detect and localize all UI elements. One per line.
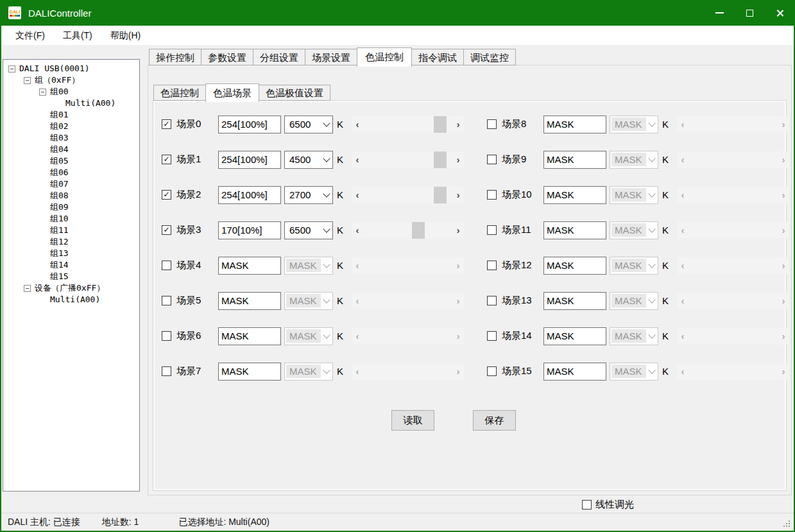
tree-item[interactable]: −DALI USB(0001): [3, 63, 139, 74]
scene-0-checkbox[interactable]: ✓: [162, 119, 171, 129]
tree-collapse-icon[interactable]: −: [39, 89, 46, 96]
scene-10-checkbox[interactable]: [487, 190, 497, 200]
tree-item[interactable]: 组02: [3, 121, 139, 132]
tab-0[interactable]: 操作控制: [149, 49, 201, 65]
tree-item[interactable]: 组14: [3, 259, 139, 271]
close-button[interactable]: [765, 0, 795, 26]
scene-9-checkbox[interactable]: [487, 155, 497, 164]
scroll-left-arrow-icon[interactable]: ‹: [352, 151, 363, 168]
minimize-button[interactable]: [705, 0, 735, 26]
scroll-right-arrow-icon[interactable]: ›: [452, 116, 464, 133]
maximize-button[interactable]: [735, 0, 765, 26]
scene-4-checkbox[interactable]: [162, 261, 171, 270]
scene-12-checkbox[interactable]: [487, 261, 497, 270]
scene-7-level-input[interactable]: [218, 363, 281, 381]
scene-1-level-input[interactable]: [218, 151, 281, 169]
scene-2-cct-select[interactable]: 2700: [284, 186, 333, 204]
tree-item[interactable]: 组12: [3, 236, 139, 248]
tab-2[interactable]: 分组设置: [253, 49, 305, 65]
scroll-right-arrow-icon[interactable]: ›: [452, 222, 464, 239]
scene-8-level-input[interactable]: [543, 116, 606, 133]
scene-6-checkbox[interactable]: [162, 331, 171, 341]
scene-0-level-input[interactable]: [218, 116, 281, 133]
ubtabs-2[interactable]: 色温极值设置: [259, 85, 330, 101]
menu-item-1[interactable]: 工具(T): [54, 26, 101, 45]
tab-5[interactable]: 指令调试: [412, 49, 463, 65]
scroll-thumb[interactable]: [434, 187, 447, 203]
scene-11-checkbox[interactable]: [487, 225, 497, 235]
scene-0-level-scrollbar[interactable]: ‹›: [352, 116, 464, 133]
scene-5-checkbox[interactable]: [162, 296, 171, 305]
tree-item[interactable]: 组13: [3, 248, 139, 259]
scene-6-level-input[interactable]: [218, 327, 281, 345]
scene-9-level-input[interactable]: [543, 151, 606, 169]
scroll-thumb[interactable]: [412, 222, 425, 239]
scene-13-checkbox[interactable]: [487, 296, 497, 305]
scene-4-level-input[interactable]: [218, 257, 281, 275]
tree-item[interactable]: 组03: [3, 132, 139, 144]
scroll-left-arrow-icon[interactable]: ‹: [352, 187, 363, 203]
menu-item-0[interactable]: 文件(F): [6, 26, 54, 45]
scene-15-level-input[interactable]: [543, 363, 606, 381]
scene-0-cct-select[interactable]: 6500: [284, 116, 333, 133]
scene-14-checkbox[interactable]: [487, 331, 497, 341]
scene-12-level-input[interactable]: [543, 257, 606, 275]
tree-item[interactable]: −组00: [3, 86, 139, 98]
scene-2-level-input[interactable]: [218, 186, 281, 204]
tree-collapse-icon[interactable]: −: [24, 77, 31, 84]
tree-item[interactable]: 组04: [3, 144, 139, 155]
linear-dimming-checkbox[interactable]: [582, 500, 592, 510]
scene-3-checkbox[interactable]: ✓: [162, 225, 171, 235]
scroll-left-arrow-icon[interactable]: ‹: [352, 222, 363, 239]
scroll-thumb[interactable]: [434, 151, 447, 168]
ubtabs-0[interactable]: 色温控制: [153, 85, 205, 101]
tree-item[interactable]: 组01: [3, 109, 139, 121]
ubtabs-1[interactable]: 色温场景: [205, 83, 259, 102]
scene-3-cct-select[interactable]: 6500: [284, 221, 333, 239]
scene-2-checkbox[interactable]: ✓: [162, 190, 171, 200]
scene-2-level-scrollbar[interactable]: ‹›: [352, 187, 464, 203]
tree-item[interactable]: 组10: [3, 213, 139, 225]
scene-1-cct-select[interactable]: 4500: [284, 151, 333, 169]
scene-5-level-input[interactable]: [218, 292, 281, 310]
scroll-right-arrow-icon[interactable]: ›: [452, 151, 464, 168]
scene-1-checkbox[interactable]: ✓: [162, 155, 171, 164]
tree-item[interactable]: 组15: [3, 271, 139, 282]
scroll-left-arrow-icon[interactable]: ‹: [352, 116, 363, 133]
tab-4[interactable]: 色温控制: [357, 47, 412, 67]
tab-3[interactable]: 场景设置: [305, 49, 357, 65]
resize-grip[interactable]: [782, 519, 790, 527]
scene-13-level-input[interactable]: [543, 292, 606, 310]
scene-10-level-input[interactable]: [543, 186, 606, 204]
scroll-left-arrow-icon: ‹: [352, 363, 363, 380]
tree-item[interactable]: −组（0xFF）: [3, 74, 139, 86]
tree-item[interactable]: 组06: [3, 167, 139, 178]
tree-item[interactable]: 组11: [3, 225, 139, 236]
tree-collapse-icon[interactable]: −: [24, 285, 31, 292]
read-button[interactable]: 读取: [391, 410, 434, 431]
tree-item[interactable]: −设备（广播0xFF）: [3, 282, 139, 294]
menu-item-2[interactable]: 帮助(H): [101, 26, 150, 45]
scene-15-checkbox[interactable]: [487, 366, 497, 376]
tree-item[interactable]: 组08: [3, 190, 139, 202]
scene-3-level-input[interactable]: [218, 221, 281, 239]
scroll-thumb[interactable]: [434, 116, 447, 133]
tree-item[interactable]: 组09: [3, 202, 139, 213]
tree-item[interactable]: 组07: [3, 178, 139, 190]
scene-11-level-input[interactable]: [543, 221, 606, 239]
scene-8-checkbox[interactable]: [487, 119, 497, 129]
save-button[interactable]: 保存: [473, 410, 516, 431]
tab-6[interactable]: 调试监控: [463, 49, 516, 65]
scene-7-checkbox[interactable]: [162, 366, 171, 376]
tree-collapse-icon[interactable]: −: [8, 65, 15, 73]
scroll-right-arrow-icon[interactable]: ›: [452, 187, 464, 203]
tree-item[interactable]: 组05: [3, 155, 139, 167]
scroll-track: [363, 363, 452, 380]
scene-label: 场景6: [176, 330, 218, 342]
scene-14-level-input[interactable]: [543, 327, 606, 345]
scene-1-level-scrollbar[interactable]: ‹›: [352, 151, 464, 168]
scene-3-level-scrollbar[interactable]: ‹›: [352, 222, 464, 239]
tree-item[interactable]: Multi(A00): [3, 294, 139, 305]
tab-1[interactable]: 参数设置: [201, 49, 253, 65]
tree-item[interactable]: Multi(A00): [3, 98, 139, 109]
